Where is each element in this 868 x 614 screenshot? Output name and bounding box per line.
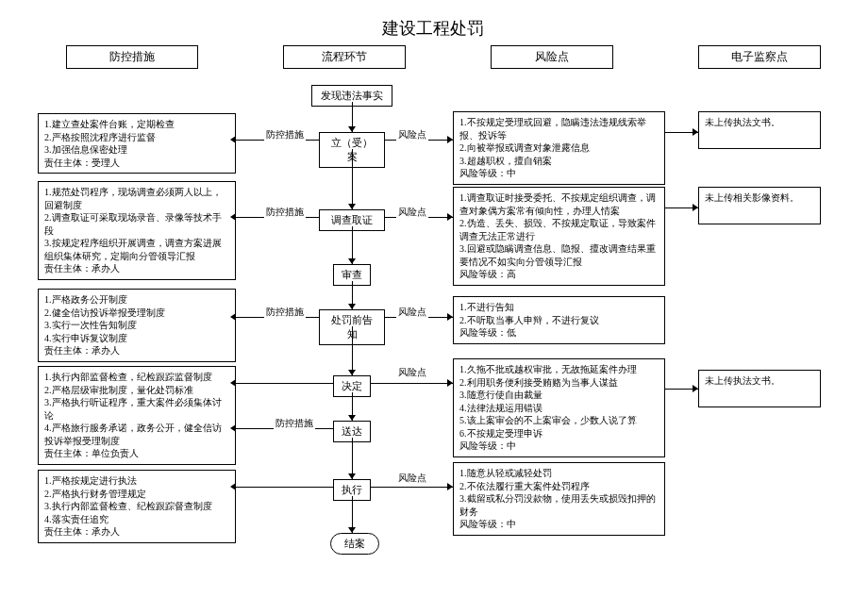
risk-1: 1.不按规定受理或回避，隐瞒违法违规线索举报、投诉等 2.向被举报或调查对象泄露… [453, 111, 665, 185]
label-fxd-1: 风险点 [396, 128, 428, 141]
monitor-1: 未上传执法文书。 [698, 111, 821, 149]
risk-3: 1.不进行告知 2.不听取当事人申辩，不进行复议 风险等级：低 [453, 296, 665, 344]
label-fxd-3: 风险点 [396, 306, 428, 319]
header-monitor: 电子监察点 [698, 45, 821, 69]
monitor-2: 未上传相关影像资料。 [698, 187, 821, 224]
label-fxd-5: 风险点 [396, 472, 428, 485]
page-title: 建设工程处罚 [382, 17, 484, 40]
prevent-2: 1.规范处罚程序，现场调查必须两人以上，回避制度 2.调查取证可采取现场录音、录… [38, 181, 236, 280]
flow-end: 结案 [330, 533, 379, 555]
label-fkcs-1: 防控措施 [264, 128, 306, 141]
monitor-3: 未上传执法文书。 [698, 370, 821, 407]
prevent-1: 1.建立查处案件台账，定期检查 2.严格按照沈程序进行监督 3.加强信息保密处理… [38, 113, 236, 174]
prevent-4: 1.执行内部监督检查，纪检跟踪监督制度 2.严格层级审批制度，量化处罚标准 3.… [38, 366, 236, 465]
label-fxd-4: 风险点 [396, 366, 428, 379]
label-fkcs-3: 防控措施 [264, 306, 306, 319]
label-fkcs-2: 防控措施 [264, 206, 306, 219]
risk-4: 1.久拖不批或越权审批，无故拖延案件办理 2.利用职务便利接受贿赂为当事人谋益 … [453, 358, 665, 457]
label-fkcs-4: 防控措施 [274, 417, 315, 430]
risk-5: 1.随意从轻或减轻处罚 2.不依法履行重大案件处罚程序 3.截留或私分罚没款物，… [453, 462, 665, 536]
risk-2: 1.调查取证时接受委托、不按规定组织调查，调查对象偶方案常有倾向性，办理人情案 … [453, 187, 665, 286]
prevent-5: 1.严格按规定进行执法 2.严格执行财务管理规定 3.执行内部监督检查、纪检跟踪… [38, 470, 236, 543]
header-prevent: 防控措施 [66, 45, 198, 69]
label-fxd-2: 风险点 [396, 206, 428, 219]
header-risk: 风险点 [491, 45, 613, 69]
prevent-3: 1.严格政务公开制度 2.健全信访投诉举报受理制度 3.实行一次性告知制度 4.… [38, 289, 236, 362]
header-flow: 流程环节 [283, 45, 406, 69]
